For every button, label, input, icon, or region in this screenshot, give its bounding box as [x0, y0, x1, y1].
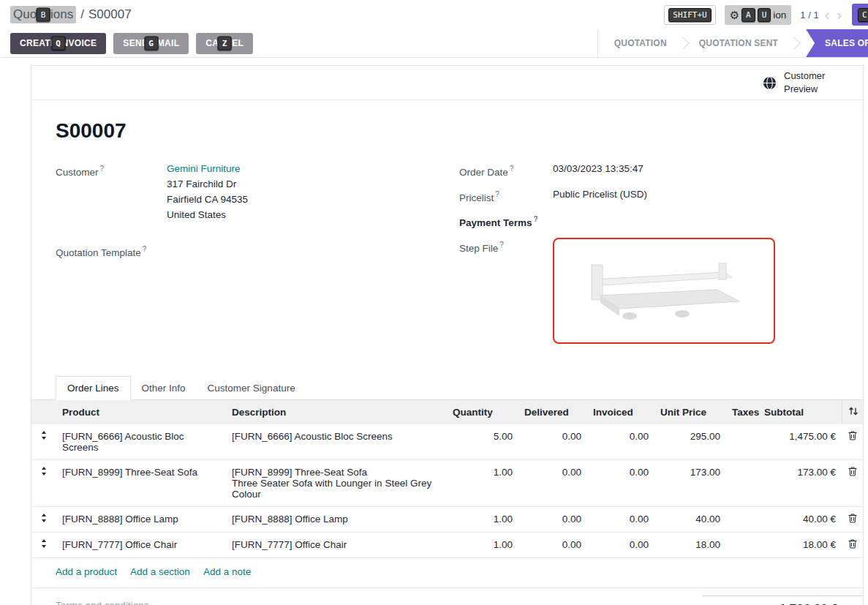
cell-description[interactable]: [FURN_6666] Acoustic Bloc Screens	[226, 424, 447, 460]
breadcrumb: Quotations B / S00007	[10, 6, 132, 23]
cell-quantity[interactable]: 1.00	[447, 459, 518, 506]
action-menu-label: ion	[773, 10, 786, 20]
create-invoice-button[interactable]: CREATE INVOICE Q	[10, 33, 106, 54]
cell-unit-price[interactable]: 295.00	[654, 424, 726, 460]
cell-description[interactable]: [FURN_7777] Office Chair	[226, 532, 447, 557]
cell-delivered[interactable]: 0.00	[518, 506, 587, 532]
cell-taxes[interactable]	[726, 532, 758, 557]
cell-description[interactable]: [FURN_8999] Three-Seat Sofa Three Seater…	[226, 459, 447, 506]
pager-next-button[interactable]: ›	[835, 7, 843, 22]
globe-icon	[763, 76, 777, 90]
cell-quantity[interactable]: 1.00	[447, 532, 518, 557]
status-step-quotation-sent[interactable]: QUOTATION SENT	[687, 38, 790, 48]
header-delivered[interactable]: Delivered	[518, 399, 587, 424]
pricelist-field-label: Pricelist?	[459, 187, 553, 206]
cell-unit-price[interactable]: 173.00	[654, 459, 726, 506]
help-marker: ?	[100, 165, 105, 173]
hint-badge-c: C	[858, 8, 868, 22]
customer-preview-button[interactable]: Customer Preview	[763, 69, 831, 95]
delete-row-icon[interactable]	[848, 432, 857, 443]
drag-handle-icon[interactable]	[41, 514, 47, 525]
cell-subtotal: 40.00 €	[758, 506, 842, 532]
hint-badge-quotations: B	[37, 8, 50, 22]
quotation-template-field-label: Quotation Template?	[56, 242, 167, 260]
drag-handle-icon[interactable]	[41, 539, 47, 550]
header-subtotal[interactable]: Subtotal	[758, 399, 842, 424]
drag-handle-icon[interactable]	[41, 431, 47, 442]
table-row: [FURN_8888] Office Lamp [FURN_8888] Offi…	[31, 506, 863, 532]
cell-product[interactable]: [FURN_8888] Office Lamp	[56, 506, 226, 532]
customer-link[interactable]: Gemini Furniture	[167, 163, 241, 174]
status-step-quotation[interactable]: QUOTATION	[603, 38, 679, 48]
pager-previous-button[interactable]: ‹	[823, 7, 831, 22]
tab-order-lines[interactable]: Order Lines	[56, 376, 131, 400]
line-add-links: Add a product Add a section Add a note	[31, 558, 863, 587]
field-quotation-template: Quotation Template?	[56, 242, 459, 260]
header-description[interactable]: Description	[226, 399, 447, 424]
action-menu-button[interactable]: ⚙ A U ion	[725, 5, 792, 25]
payment-terms-field-label: Payment Terms?	[459, 212, 553, 230]
pricelist-value[interactable]: Public Pricelist (USD)	[553, 187, 647, 206]
create-button[interactable]: C	[852, 4, 868, 26]
cancel-button[interactable]: CANCEL Z	[196, 33, 253, 54]
step-file-preview-box[interactable]	[553, 238, 775, 344]
help-marker: ?	[510, 165, 514, 173]
cell-invoiced[interactable]: 0.00	[587, 506, 654, 532]
cell-invoiced[interactable]: 0.00	[587, 459, 654, 506]
cell-product[interactable]: [FURN_8999] Three-Seat Sofa	[56, 459, 226, 506]
table-row: [FURN_7777] Office Chair [FURN_7777] Off…	[31, 532, 863, 557]
cell-invoiced[interactable]: 0.00	[587, 532, 654, 557]
header-taxes[interactable]: Taxes	[726, 399, 758, 424]
delete-row-icon[interactable]	[848, 514, 857, 525]
header-product[interactable]: Product	[56, 399, 226, 424]
notebook-tabs: Order Lines Other Info Customer Signatur…	[56, 376, 839, 399]
pager: 1 / 1 ‹ ›	[800, 7, 843, 22]
delete-row-icon[interactable]	[848, 467, 857, 478]
add-product-link[interactable]: Add a product	[56, 566, 117, 577]
cell-product[interactable]: [FURN_7777] Office Chair	[56, 532, 226, 557]
cell-delivered[interactable]: 0.00	[518, 459, 587, 506]
drag-handle-icon[interactable]	[41, 467, 47, 478]
cell-taxes[interactable]	[726, 506, 758, 532]
cell-delivered[interactable]: 0.00	[518, 424, 587, 460]
tab-customer-signature[interactable]: Customer Signature	[197, 377, 306, 399]
header-invoiced[interactable]: Invoiced	[587, 399, 654, 424]
topbar-actions: SHIFT+U ⚙ A U ion 1 / 1 ‹ › C	[664, 4, 868, 26]
optional-columns-icon[interactable]	[848, 407, 858, 416]
add-note-link[interactable]: Add a note	[203, 566, 251, 577]
cell-delivered[interactable]: 0.00	[518, 532, 587, 557]
cell-unit-price[interactable]: 40.00	[654, 506, 726, 532]
help-marker: ?	[143, 245, 147, 253]
add-section-link[interactable]: Add a section	[130, 566, 190, 577]
terms-placeholder[interactable]: Terms and conditions...	[56, 600, 157, 605]
order-date-field-label: Order Date?	[459, 162, 553, 180]
table-row: [FURN_6666] Acoustic Bloc Screens [FURN_…	[31, 424, 863, 460]
hint-badge-shift-u: SHIFT+U	[668, 8, 711, 22]
order-date-value[interactable]: 03/03/2023 13:35:47	[553, 162, 644, 180]
breadcrumb-quotations[interactable]: Quotations B	[10, 6, 76, 23]
breadcrumb-separator: /	[80, 7, 84, 22]
cell-invoiced[interactable]: 0.00	[587, 424, 654, 460]
send-email-button[interactable]: SEND EMAIL G	[113, 33, 189, 54]
customer-preview-label: Customer Preview	[784, 69, 831, 95]
cell-description[interactable]: [FURN_8888] Office Lamp	[226, 506, 447, 532]
cell-quantity[interactable]: 5.00	[447, 424, 518, 460]
header-quantity[interactable]: Quantity	[447, 399, 518, 424]
cell-taxes[interactable]	[726, 459, 758, 506]
card-toolbar: Customer Preview	[31, 66, 863, 100]
tab-other-info[interactable]: Other Info	[131, 377, 197, 399]
order-title[interactable]: S00007	[56, 119, 839, 143]
header-options[interactable]	[842, 399, 863, 424]
order-form-card: Customer Preview S00007 Customer? Gemini…	[31, 65, 864, 605]
cell-product[interactable]: [FURN_6666] Acoustic Bloc Screens	[56, 424, 226, 460]
cell-taxes[interactable]	[726, 424, 758, 460]
help-marker: ?	[495, 190, 499, 198]
cell-unit-price[interactable]: 18.00	[654, 532, 726, 557]
status-step-sales-order[interactable]: SALES ORDER	[806, 29, 868, 57]
field-pricelist: Pricelist? Public Pricelist (USD)	[459, 187, 839, 206]
delete-row-icon[interactable]	[848, 540, 857, 551]
field-step-file: Step File?	[459, 238, 839, 344]
cell-quantity[interactable]: 1.00	[447, 506, 518, 532]
control-panel: CREATE INVOICE Q SEND EMAIL G CANCEL Z Q…	[0, 29, 868, 58]
header-unit-price[interactable]: Unit Price	[654, 399, 726, 424]
